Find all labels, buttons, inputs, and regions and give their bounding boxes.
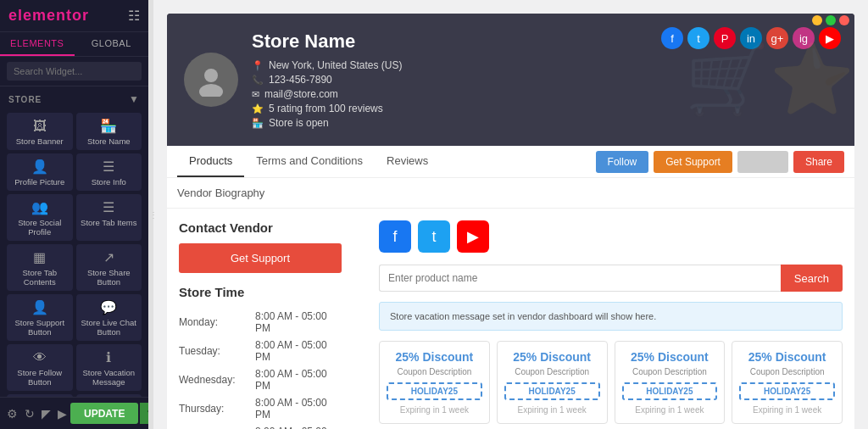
- social-facebook-icon[interactable]: f: [661, 27, 683, 49]
- social-linkedin-icon[interactable]: in: [740, 27, 762, 49]
- maximize-button[interactable]: [826, 15, 836, 25]
- sidebar: elementor ☷ ELEMENTS GLOBAL STORE ▼ 🖼 St…: [0, 0, 148, 429]
- store-email-row: ✉ mail@store.com: [252, 88, 837, 100]
- store-location: New York, United States (US): [269, 59, 402, 71]
- nav-tab-reviews[interactable]: Reviews: [375, 146, 440, 177]
- sidebar-item-store-share-button[interactable]: ↗ Store Share Button: [76, 244, 142, 291]
- product-search-button[interactable]: Search: [781, 265, 843, 292]
- preview-icon[interactable]: ▶: [54, 405, 70, 422]
- store-status-row: 🏪 Store is open: [252, 117, 837, 129]
- store-social-profile-label: Store Social Profile: [10, 218, 70, 237]
- coupon-code-button-4[interactable]: HOLIDAY25: [739, 382, 835, 400]
- day-label: Thursday:: [179, 394, 255, 423]
- store-follow-button-label: Store Follow Button: [10, 368, 70, 387]
- app-logo: elementor: [8, 7, 89, 25]
- product-search-input[interactable]: [379, 265, 781, 292]
- settings-icon[interactable]: ⚙: [3, 405, 21, 422]
- sidebar-item-profile-picture[interactable]: 👤 Profile Picture: [7, 153, 73, 191]
- store-tab-items-label: Store Tab Items: [81, 218, 136, 227]
- close-button[interactable]: [839, 15, 849, 25]
- sidebar-item-store-tab-items[interactable]: ☰ Store Tab Items: [76, 194, 142, 241]
- sidebar-item-store-live-chat-button[interactable]: 💬 Store Live Chat Button: [76, 294, 142, 341]
- store-tab-contents-icon: ▦: [33, 251, 46, 265]
- window-controls: [812, 15, 849, 25]
- coupon-description-2: Coupon Description: [504, 367, 600, 376]
- coupon-code-button-1[interactable]: HOLIDAY25: [387, 382, 482, 400]
- store-banner-area: Store Name 📍 New York, United States (US…: [167, 14, 854, 146]
- get-support-nav-button[interactable]: Get Support: [654, 151, 732, 173]
- store-social-profile-icon: 👥: [31, 201, 48, 214]
- store-meta: 📍 New York, United States (US) 📞 123-456…: [252, 59, 837, 129]
- share-twitter-button[interactable]: t: [418, 220, 450, 253]
- hours-value: 8:00 AM - 05:00 PM: [255, 394, 342, 423]
- sidebar-search-area: [0, 57, 148, 86]
- store-vacation-message-label: Store Vacation Message: [80, 368, 139, 387]
- svg-point-0: [204, 69, 218, 82]
- store-status: Store is open: [269, 117, 329, 129]
- coupon-card-2: 25% Discount Coupon Description HOLIDAY2…: [497, 341, 608, 424]
- table-row: Friday: 8:00 AM - 05:00 PM: [179, 423, 342, 429]
- profile-picture-icon: 👤: [31, 160, 48, 174]
- sidebar-item-store-vacation-message[interactable]: ℹ Store Vacation Message: [76, 344, 142, 391]
- day-label: Tuesday:: [179, 337, 255, 365]
- sidebar-item-store-social-profile[interactable]: 👥 Store Social Profile: [7, 194, 73, 241]
- sidebar-item-store-tab-contents[interactable]: ▦ Store Tab Contents: [7, 244, 73, 291]
- day-label: Wednesday:: [179, 365, 255, 394]
- update-button[interactable]: UPDATE: [70, 403, 138, 424]
- resize-handle[interactable]: ⋮: [148, 0, 153, 429]
- sidebar-item-store-support-button[interactable]: 👤 Store Support Button: [7, 294, 73, 341]
- nav-tab-terms[interactable]: Terms and Conditions: [244, 146, 375, 177]
- coupon-discount-1: 25% Discount: [387, 350, 482, 364]
- store-live-chat-button-label: Store Live Chat Button: [80, 318, 139, 337]
- search-input[interactable]: [7, 62, 142, 81]
- nav-tab-products[interactable]: Products: [177, 146, 244, 177]
- store-name-label: Store Name: [87, 136, 131, 146]
- coupon-description-1: Coupon Description: [387, 367, 482, 376]
- social-twitter-icon[interactable]: t: [687, 27, 709, 49]
- social-instagram-icon[interactable]: ig: [793, 27, 815, 49]
- social-googleplus-icon[interactable]: g+: [766, 27, 788, 49]
- hamburger-icon[interactable]: ☷: [128, 8, 140, 24]
- share-youtube-button[interactable]: ▶: [457, 220, 489, 253]
- social-youtube-icon[interactable]: ▶: [819, 27, 841, 49]
- section-collapse-icon[interactable]: ▼: [129, 93, 140, 105]
- store-banner-icon: 🖼: [33, 120, 47, 133]
- email-icon: ✉: [252, 89, 259, 100]
- coupon-card-4: 25% Discount Coupon Description HOLIDAY2…: [732, 341, 843, 424]
- social-share-row: f t ▶: [379, 220, 843, 253]
- blank-button[interactable]: [737, 151, 788, 173]
- sidebar-item-store-info[interactable]: ☰ Store Info: [76, 153, 142, 191]
- sidebar-item-store-banner[interactable]: 🖼 Store Banner: [7, 113, 73, 150]
- content-split: Contact Vendor Get Support Store Time Mo…: [167, 209, 854, 429]
- star-icon: ⭐: [252, 103, 264, 114]
- left-section: Contact Vendor Get Support Store Time Mo…: [167, 209, 353, 429]
- social-pinterest-icon[interactable]: P: [714, 27, 736, 49]
- vendor-bio-row: Vendor Biography: [167, 178, 854, 209]
- share-button[interactable]: Share: [793, 151, 844, 173]
- update-arrow-button[interactable]: ▼: [140, 403, 148, 424]
- store-live-chat-button-icon: 💬: [100, 301, 117, 315]
- minimize-button[interactable]: [812, 15, 822, 25]
- phone-icon: 📞: [252, 75, 264, 86]
- coupon-code-button-3[interactable]: HOLIDAY25: [622, 382, 718, 400]
- sidebar-item-store-name[interactable]: 🏪 Store Name: [76, 113, 142, 150]
- responsive-icon[interactable]: ◤: [38, 405, 54, 422]
- sidebar-tabs: ELEMENTS GLOBAL: [0, 32, 148, 57]
- coupon-discount-3: 25% Discount: [622, 350, 718, 364]
- hours-value: 8:00 AM - 05:00 PM: [255, 365, 342, 394]
- tab-global[interactable]: GLOBAL: [75, 32, 149, 56]
- follow-button[interactable]: Follow: [596, 151, 649, 173]
- history-icon[interactable]: ↻: [21, 405, 38, 422]
- coupon-expiry-1: Expiring in 1 week: [387, 405, 482, 415]
- vendor-bio-tab[interactable]: Vendor Biography: [177, 181, 264, 204]
- bottom-toolbar: ⚙ ↻ ◤ ▶ UPDATE ▼: [0, 397, 148, 429]
- store-info-icon: ☰: [103, 160, 114, 174]
- coupon-row: 25% Discount Coupon Description HOLIDAY2…: [379, 341, 843, 424]
- vacation-message: Store vacation message set in vendor das…: [379, 302, 843, 331]
- coupon-description-3: Coupon Description: [622, 367, 718, 376]
- coupon-code-button-2[interactable]: HOLIDAY25: [504, 382, 600, 400]
- share-facebook-button[interactable]: f: [379, 220, 411, 253]
- tab-elements[interactable]: ELEMENTS: [0, 32, 75, 56]
- get-support-button[interactable]: Get Support: [179, 243, 342, 273]
- sidebar-item-store-follow-button[interactable]: 👁 Store Follow Button: [7, 344, 73, 391]
